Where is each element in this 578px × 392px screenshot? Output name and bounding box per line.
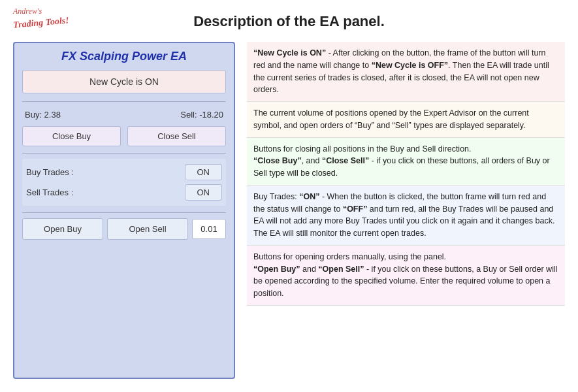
open-orders-desc: Buttons for opening orders manually, usi… — [247, 246, 565, 306]
normal-text: Buy Trades: — [253, 192, 299, 201]
page-wrapper: Andrew's Trading Tools! Description of t… — [0, 0, 578, 392]
normal-text: The current volume of positions opened b… — [253, 108, 529, 130]
ea-panel: FX Scalping Power EA New Cycle is ON Buy… — [13, 42, 235, 379]
normal-text: Buttons for opening orders manually, usi… — [253, 252, 446, 261]
bold-text: “New Cycle is ON” — [253, 48, 326, 57]
bold-text: “Open Sell” — [318, 265, 364, 274]
bold-text: “New Cycle is OFF” — [372, 61, 448, 70]
open-sell-button[interactable]: Open Sell — [107, 218, 188, 240]
logo-area: Andrew's Trading Tools! — [13, 7, 69, 29]
new-cycle-button[interactable]: New Cycle is ON — [22, 70, 226, 93]
bold-text: “Close Buy” — [253, 156, 302, 165]
separator-2 — [22, 153, 226, 154]
sell-volume-label: Sell: -18.20 — [180, 110, 223, 120]
page-title: Description of the EA panel. — [13, 13, 565, 30]
buy-trades-label: Buy Trades : — [26, 167, 185, 177]
normal-text: and — [300, 265, 319, 274]
page-header: Description of the EA panel. — [13, 13, 565, 30]
bold-text: “Close Sell” — [322, 156, 369, 165]
separator-3 — [22, 212, 226, 213]
sell-trades-toggle[interactable]: ON — [185, 184, 223, 201]
close-sell-button[interactable]: Close Sell — [127, 126, 226, 146]
close-buy-button[interactable]: Close Buy — [22, 126, 121, 146]
buy-trades-toggle[interactable]: ON — [185, 164, 223, 180]
new-cycle-desc: “New Cycle is ON” - After clicking on th… — [247, 42, 565, 102]
buy-trades-row: Buy Trades : ON — [26, 164, 222, 180]
volume-input[interactable] — [192, 219, 226, 239]
sell-trades-row: Sell Trades : ON — [26, 184, 222, 201]
close-buttons-desc: Buttons for closing all positions in the… — [247, 138, 565, 186]
normal-text: , and — [302, 156, 322, 165]
bottom-row: Open Buy Open Sell — [22, 218, 226, 240]
normal-text: Buttons for closing all positions in the… — [253, 144, 472, 154]
logo-text: Andrew's Trading Tools! — [13, 7, 69, 29]
bold-text: “OFF” — [343, 204, 368, 214]
logo-line2: Trading Tools! — [12, 14, 69, 31]
content-area: FX Scalping Power EA New Cycle is ON Buy… — [13, 42, 565, 379]
separator-1 — [22, 101, 226, 102]
ea-panel-title: FX Scalping Power EA — [22, 50, 226, 63]
volume-desc: The current volume of positions opened b… — [247, 102, 565, 138]
bold-text: “ON” — [299, 192, 319, 201]
description-area: “New Cycle is ON” - After clicking on th… — [247, 42, 565, 379]
bold-text: “Open Buy” — [253, 265, 300, 274]
sell-trades-label: Sell Trades : — [26, 188, 185, 197]
buy-trades-desc: Buy Trades: “ON” - When the button is cl… — [247, 186, 565, 246]
buy-volume-label: Buy: 2.38 — [25, 110, 61, 120]
trades-section: Buy Trades : ON Sell Trades : ON — [22, 159, 226, 206]
open-buy-button[interactable]: Open Buy — [22, 218, 103, 240]
volume-row: Buy: 2.38 Sell: -18.20 — [22, 107, 226, 122]
close-buttons-row: Close Buy Close Sell — [22, 126, 226, 146]
